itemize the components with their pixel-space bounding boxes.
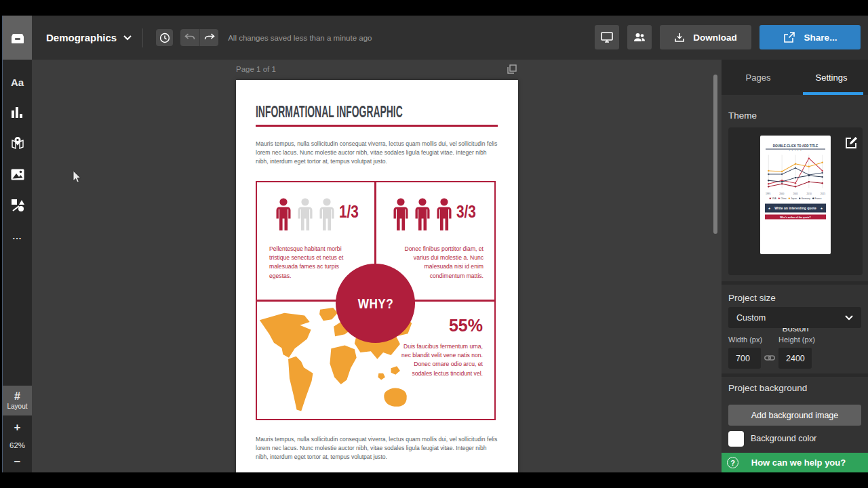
person-icon	[435, 197, 454, 232]
infographic-page[interactable]: INFORMATIONAL INFOGRAPHIC Mauris tempus,…	[236, 80, 518, 472]
link-dimensions-icon[interactable]	[764, 353, 775, 363]
sidebar-item-more[interactable]: ...	[3, 228, 32, 244]
person-icon	[391, 197, 410, 232]
sidebar-item-maps[interactable]	[3, 135, 32, 151]
text-icon: Aa	[11, 77, 24, 88]
stat-text-right: Donec finibus porttitor diam, et varius …	[394, 245, 484, 281]
help-label: How can we help you?	[738, 458, 868, 468]
chevron-down-icon	[845, 315, 853, 321]
height-input[interactable]	[778, 348, 812, 369]
undo-icon	[184, 33, 195, 42]
width-label: Width (px)	[728, 336, 762, 344]
share-button[interactable]: Share...	[760, 25, 861, 49]
sidebar-item-icons[interactable]	[3, 197, 32, 214]
monitor-icon	[601, 32, 613, 43]
templates-icon	[10, 32, 25, 44]
project-size-heading: Project size	[728, 293, 776, 303]
download-label: Download	[693, 33, 737, 43]
bar-chart-icon	[11, 106, 24, 119]
intro-paragraph[interactable]: Mauris tempus, nulla sollicitudin conseq…	[256, 140, 498, 166]
question-mark-icon: ?	[727, 457, 738, 468]
edit-icon	[845, 136, 858, 149]
edit-theme-button[interactable]	[845, 136, 858, 149]
theme-thumbnail: DOUBLE-CLICK TO ADD TITLE • • • • •	[760, 136, 831, 254]
stats-box[interactable]: 1/3 Pellentesque habitant morbi tristiqu…	[256, 181, 496, 420]
thumb-x-labels: 1995 2000 2005 2010 2015	[766, 192, 825, 195]
stat-value-right: 3/3	[456, 201, 476, 222]
redo-button[interactable]	[199, 29, 218, 46]
layout-grid-icon: #	[14, 391, 20, 402]
outro-paragraph[interactable]: Mauris tempus, nulla sollicitudin conseq…	[256, 435, 498, 462]
project-name: Demographics	[46, 32, 117, 43]
sidebar-item-text[interactable]: Aa	[3, 74, 32, 90]
add-background-image-button[interactable]: Add background image	[728, 405, 861, 426]
panel-tabbar: Pages Settings	[722, 60, 868, 95]
star-icon: ★	[820, 207, 823, 210]
sidebar-item-templates[interactable]	[3, 16, 32, 60]
layout-button[interactable]: # Layout	[3, 386, 32, 415]
left-sidebar: Aa ... # Layout + 62% −	[3, 16, 32, 472]
project-background-heading: Project background	[728, 383, 807, 393]
people-icons-right	[391, 197, 454, 232]
preview-button[interactable]	[595, 25, 619, 49]
thumb-quote-author: Who's author of the quote?	[765, 215, 826, 220]
canvas-scrollbar[interactable]	[713, 75, 717, 234]
tab-pages[interactable]: Pages	[722, 60, 795, 95]
background-color-swatch[interactable]	[728, 431, 744, 447]
chevron-down-icon	[123, 35, 132, 41]
layout-label: Layout	[7, 403, 27, 410]
history-button[interactable]	[156, 29, 173, 46]
sidebar-item-images[interactable]	[3, 166, 32, 182]
undo-button[interactable]	[180, 29, 199, 46]
page-indicator: Page 1 of 1	[236, 65, 276, 73]
canvas-area: Page 1 of 1 INFORMATIONAL INFOGRAPHIC Ma…	[32, 60, 722, 472]
share-icon	[783, 32, 795, 43]
help-button[interactable]: ? How can we help you?	[722, 453, 868, 472]
vertical-divider	[374, 182, 376, 265]
active-tab-underline	[803, 92, 863, 95]
width-input[interactable]	[728, 348, 761, 369]
person-icon	[317, 197, 336, 232]
collaborate-button[interactable]	[627, 25, 652, 49]
download-button[interactable]: Download	[660, 25, 751, 49]
thumb-line-chart	[766, 154, 825, 192]
infographic-title[interactable]: INFORMATIONAL INFOGRAPHIC	[256, 102, 403, 121]
section-divider	[722, 373, 868, 377]
shapes-icon	[11, 199, 24, 212]
height-label: Height (px)	[778, 336, 815, 344]
plus-icon: +	[14, 421, 21, 434]
thumb-quote-banner: ★ Write an interesting quote ★	[765, 204, 826, 213]
background-color-label: Background color	[751, 434, 816, 443]
redo-icon	[204, 33, 215, 42]
size-preset-value: Custom	[736, 313, 766, 323]
thumb-title: DOUBLE-CLICK TO ADD TITLE	[766, 144, 824, 148]
zoom-in-button[interactable]: +	[3, 419, 32, 436]
top-toolbar: Demographics All changes saved less than…	[32, 16, 868, 60]
person-icon	[296, 197, 315, 232]
settings-panel: Pages Settings Theme DOUBLE-CLICK TO ADD…	[722, 60, 868, 472]
more-icon: ...	[13, 231, 22, 241]
size-preset-select[interactable]: Custom	[728, 307, 861, 328]
sidebar-item-charts[interactable]	[3, 104, 32, 121]
zoom-level: 62%	[3, 439, 32, 452]
stat-text-bottom: Duis faucibus fermentum urna, nec blandi…	[401, 342, 483, 378]
theme-heading: Theme	[728, 110, 757, 121]
theme-card[interactable]: DOUBLE-CLICK TO ADD TITLE • • • • •	[728, 127, 863, 275]
stat-text-left: Pellentesque habitant morbi tristique se…	[269, 245, 356, 281]
users-icon	[633, 33, 646, 42]
thumb-legend: USA China Japan Germany France	[760, 197, 831, 200]
why-label: WHY?	[357, 296, 393, 312]
download-icon	[674, 32, 685, 43]
duplicate-page-button[interactable]	[507, 64, 517, 74]
project-name-dropdown[interactable]: Demographics	[32, 32, 132, 43]
tab-settings[interactable]: Settings	[795, 60, 868, 95]
why-circle: WHY?	[336, 264, 415, 343]
stat-value-left: 1/3	[339, 201, 359, 222]
zoom-out-button[interactable]: −	[3, 453, 32, 471]
star-icon: ★	[768, 207, 771, 210]
clock-icon	[159, 33, 170, 43]
map-pin-icon	[11, 136, 24, 150]
title-rule	[256, 125, 498, 127]
app-window: Demographics All changes saved less than…	[0, 0, 868, 488]
share-label: Share...	[804, 33, 837, 43]
